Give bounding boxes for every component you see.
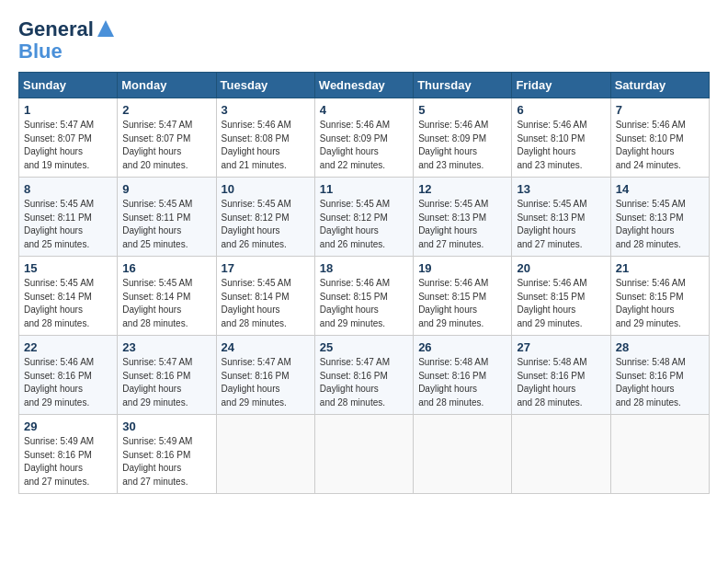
logo-text-general: General: [18, 18, 94, 40]
day-info: Sunrise: 5:47 AM Sunset: 8:16 PM Dayligh…: [320, 356, 408, 409]
calendar-day: 2 Sunrise: 5:47 AM Sunset: 8:07 PM Dayli…: [118, 98, 216, 178]
day-info: Sunrise: 5:46 AM Sunset: 8:09 PM Dayligh…: [320, 119, 408, 172]
calendar-day: 9 Sunrise: 5:45 AM Sunset: 8:11 PM Dayli…: [118, 178, 216, 257]
calendar-day: 11 Sunrise: 5:45 AM Sunset: 8:12 PM Dayl…: [314, 178, 413, 257]
calendar-day: [512, 415, 610, 494]
day-number: 10: [222, 182, 310, 196]
calendar-day: 30 Sunrise: 5:49 AM Sunset: 8:16 PM Dayl…: [118, 415, 216, 494]
calendar-day: [314, 415, 413, 494]
calendar-day: 29 Sunrise: 5:49 AM Sunset: 8:16 PM Dayl…: [19, 415, 118, 494]
calendar-day: 4 Sunrise: 5:46 AM Sunset: 8:09 PM Dayli…: [314, 98, 413, 178]
calendar-day: 12 Sunrise: 5:45 AM Sunset: 8:13 PM Dayl…: [414, 178, 512, 257]
day-info: Sunrise: 5:45 AM Sunset: 8:11 PM Dayligh…: [24, 198, 112, 251]
day-info: Sunrise: 5:45 AM Sunset: 8:13 PM Dayligh…: [616, 198, 704, 251]
day-number: 5: [418, 103, 506, 117]
day-info: Sunrise: 5:45 AM Sunset: 8:12 PM Dayligh…: [320, 198, 408, 251]
day-info: Sunrise: 5:46 AM Sunset: 8:09 PM Dayligh…: [418, 119, 506, 172]
day-number: 21: [616, 261, 704, 275]
day-number: 4: [320, 103, 408, 117]
weekday-header-friday: Friday: [512, 73, 610, 98]
calendar-day: 17 Sunrise: 5:45 AM Sunset: 8:14 PM Dayl…: [216, 257, 314, 336]
day-info: Sunrise: 5:45 AM Sunset: 8:13 PM Dayligh…: [418, 198, 506, 251]
calendar-day: [216, 415, 314, 494]
calendar-day: 1 Sunrise: 5:47 AM Sunset: 8:07 PM Dayli…: [19, 98, 118, 178]
day-info: Sunrise: 5:47 AM Sunset: 8:07 PM Dayligh…: [24, 119, 112, 172]
calendar-day: 5 Sunrise: 5:46 AM Sunset: 8:09 PM Dayli…: [414, 98, 512, 178]
calendar-day: 24 Sunrise: 5:47 AM Sunset: 8:16 PM Dayl…: [216, 336, 314, 415]
calendar-week-4: 22 Sunrise: 5:46 AM Sunset: 8:16 PM Dayl…: [19, 336, 710, 415]
day-info: Sunrise: 5:45 AM Sunset: 8:14 PM Dayligh…: [222, 277, 310, 330]
day-number: 23: [122, 340, 210, 354]
day-info: Sunrise: 5:45 AM Sunset: 8:14 PM Dayligh…: [122, 277, 210, 330]
weekday-header-saturday: Saturday: [610, 73, 709, 98]
calendar-day: 21 Sunrise: 5:46 AM Sunset: 8:15 PM Dayl…: [610, 257, 709, 336]
page-header: General Blue: [18, 18, 710, 63]
day-number: 12: [418, 182, 506, 196]
day-number: 30: [122, 419, 210, 433]
day-info: Sunrise: 5:49 AM Sunset: 8:16 PM Dayligh…: [122, 435, 210, 488]
day-number: 29: [24, 419, 112, 433]
day-number: 18: [320, 261, 408, 275]
calendar-week-5: 29 Sunrise: 5:49 AM Sunset: 8:16 PM Dayl…: [19, 415, 710, 494]
day-info: Sunrise: 5:48 AM Sunset: 8:16 PM Dayligh…: [418, 356, 506, 409]
day-info: Sunrise: 5:45 AM Sunset: 8:11 PM Dayligh…: [122, 198, 210, 251]
weekday-header-monday: Monday: [118, 73, 216, 98]
calendar-day: 15 Sunrise: 5:45 AM Sunset: 8:14 PM Dayl…: [19, 257, 118, 336]
day-number: 22: [24, 340, 112, 354]
calendar-day: [610, 415, 709, 494]
day-info: Sunrise: 5:46 AM Sunset: 8:15 PM Dayligh…: [320, 277, 408, 330]
day-info: Sunrise: 5:47 AM Sunset: 8:16 PM Dayligh…: [122, 356, 210, 409]
day-number: 9: [122, 182, 210, 196]
day-number: 1: [24, 103, 112, 117]
calendar-day: 10 Sunrise: 5:45 AM Sunset: 8:12 PM Dayl…: [216, 178, 314, 257]
calendar-day: 13 Sunrise: 5:45 AM Sunset: 8:13 PM Dayl…: [512, 178, 610, 257]
day-info: Sunrise: 5:46 AM Sunset: 8:16 PM Dayligh…: [24, 356, 112, 409]
day-info: Sunrise: 5:47 AM Sunset: 8:16 PM Dayligh…: [222, 356, 310, 409]
calendar-day: 6 Sunrise: 5:46 AM Sunset: 8:10 PM Dayli…: [512, 98, 610, 178]
calendar-day: 25 Sunrise: 5:47 AM Sunset: 8:16 PM Dayl…: [314, 336, 413, 415]
calendar-table: SundayMondayTuesdayWednesdayThursdayFrid…: [18, 72, 710, 494]
day-number: 17: [222, 261, 310, 275]
day-number: 11: [320, 182, 408, 196]
day-number: 8: [24, 182, 112, 196]
day-number: 15: [24, 261, 112, 275]
logo: General Blue: [18, 18, 114, 63]
calendar-day: 8 Sunrise: 5:45 AM Sunset: 8:11 PM Dayli…: [19, 178, 118, 257]
day-number: 24: [222, 340, 310, 354]
calendar-day: 27 Sunrise: 5:48 AM Sunset: 8:16 PM Dayl…: [512, 336, 610, 415]
day-info: Sunrise: 5:45 AM Sunset: 8:12 PM Dayligh…: [222, 198, 310, 251]
calendar-day: 14 Sunrise: 5:45 AM Sunset: 8:13 PM Dayl…: [610, 178, 709, 257]
day-number: 28: [616, 340, 704, 354]
calendar-day: 22 Sunrise: 5:46 AM Sunset: 8:16 PM Dayl…: [19, 336, 118, 415]
day-info: Sunrise: 5:46 AM Sunset: 8:10 PM Dayligh…: [616, 119, 704, 172]
day-info: Sunrise: 5:49 AM Sunset: 8:16 PM Dayligh…: [24, 435, 112, 488]
calendar-week-2: 8 Sunrise: 5:45 AM Sunset: 8:11 PM Dayli…: [19, 178, 710, 257]
weekday-header-tuesday: Tuesday: [216, 73, 314, 98]
day-number: 25: [320, 340, 408, 354]
day-info: Sunrise: 5:47 AM Sunset: 8:07 PM Dayligh…: [122, 119, 210, 172]
calendar-day: 19 Sunrise: 5:46 AM Sunset: 8:15 PM Dayl…: [414, 257, 512, 336]
day-number: 14: [616, 182, 704, 196]
day-number: 20: [517, 261, 605, 275]
calendar-week-1: 1 Sunrise: 5:47 AM Sunset: 8:07 PM Dayli…: [19, 98, 710, 178]
day-number: 27: [517, 340, 605, 354]
day-number: 3: [222, 103, 310, 117]
svg-marker-0: [97, 20, 114, 37]
weekday-header-thursday: Thursday: [414, 73, 512, 98]
day-info: Sunrise: 5:46 AM Sunset: 8:15 PM Dayligh…: [517, 277, 605, 330]
logo-icon: [97, 20, 114, 37]
day-number: 16: [122, 261, 210, 275]
calendar-week-3: 15 Sunrise: 5:45 AM Sunset: 8:14 PM Dayl…: [19, 257, 710, 336]
day-number: 19: [418, 261, 506, 275]
calendar-day: [414, 415, 512, 494]
day-number: 7: [616, 103, 704, 117]
logo-text-blue: Blue: [18, 40, 63, 63]
day-number: 13: [517, 182, 605, 196]
calendar-header-row: SundayMondayTuesdayWednesdayThursdayFrid…: [19, 73, 710, 98]
calendar-day: 3 Sunrise: 5:46 AM Sunset: 8:08 PM Dayli…: [216, 98, 314, 178]
calendar-day: 16 Sunrise: 5:45 AM Sunset: 8:14 PM Dayl…: [118, 257, 216, 336]
day-info: Sunrise: 5:46 AM Sunset: 8:15 PM Dayligh…: [616, 277, 704, 330]
day-info: Sunrise: 5:45 AM Sunset: 8:14 PM Dayligh…: [24, 277, 112, 330]
day-info: Sunrise: 5:46 AM Sunset: 8:15 PM Dayligh…: [418, 277, 506, 330]
weekday-header-sunday: Sunday: [19, 73, 118, 98]
